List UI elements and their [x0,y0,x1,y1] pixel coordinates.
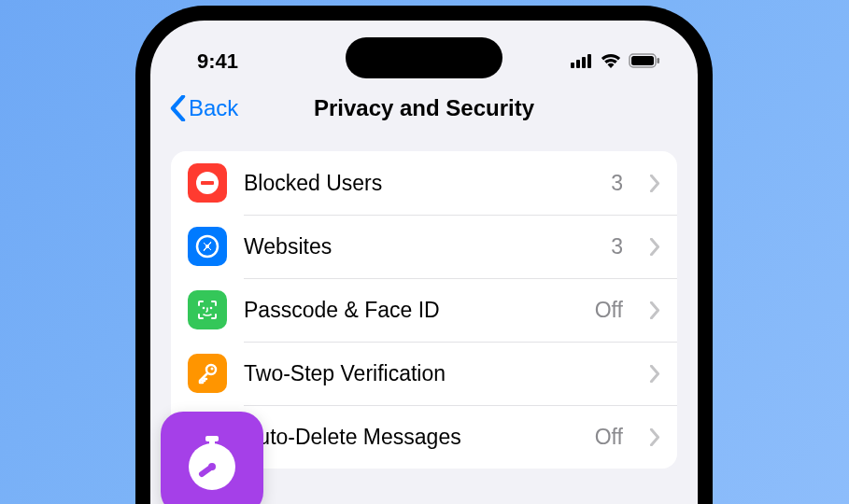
row-value: Off [595,425,623,450]
wifi-icon [601,49,621,74]
cellular-icon [571,49,593,74]
status-time: 9:41 [197,49,238,74]
stopwatch-overlay-icon [161,412,263,504]
svg-rect-8 [201,181,214,185]
row-label: Two-Step Verification [244,361,606,386]
svg-point-14 [210,307,213,310]
svg-point-13 [203,307,205,310]
chevron-right-icon [649,428,660,446]
row-two-step-verification[interactable]: Two-Step Verification [171,342,677,405]
chevron-right-icon [649,175,660,192]
key-icon [188,354,227,393]
row-passcode-faceid[interactable]: Passcode & Face ID Off [171,278,677,342]
svg-rect-22 [209,441,215,445]
row-blocked-users[interactable]: Blocked Users 3 [171,151,677,215]
row-websites[interactable]: Websites 3 [171,215,677,278]
chevron-left-icon [169,95,187,121]
row-label: Websites [244,234,594,259]
chevron-right-icon [649,365,660,383]
faceid-icon [188,290,227,329]
nav-bar: Back Privacy and Security [150,80,698,138]
svg-point-16 [211,368,214,371]
row-label: Auto-Delete Messages [244,425,578,450]
svg-point-12 [205,245,209,248]
svg-rect-0 [571,63,574,68]
row-label: Blocked Users [244,171,594,196]
row-value: 3 [611,171,623,196]
row-value: 3 [611,234,623,259]
row-label: Passcode & Face ID [244,298,578,323]
dynamic-island [346,37,502,78]
battery-icon [629,49,660,74]
blocked-icon [188,163,227,203]
back-button[interactable]: Back [169,95,238,121]
svg-rect-6 [658,58,660,63]
svg-rect-5 [631,56,654,65]
svg-point-24 [208,463,216,470]
chevron-right-icon [649,301,660,319]
svg-rect-1 [576,60,580,68]
chevron-right-icon [649,238,660,256]
compass-icon [188,227,227,266]
page-title: Privacy and Security [314,95,534,121]
svg-rect-2 [582,57,586,68]
back-label: Back [189,95,238,121]
row-value: Off [595,298,623,323]
svg-rect-3 [587,54,591,68]
